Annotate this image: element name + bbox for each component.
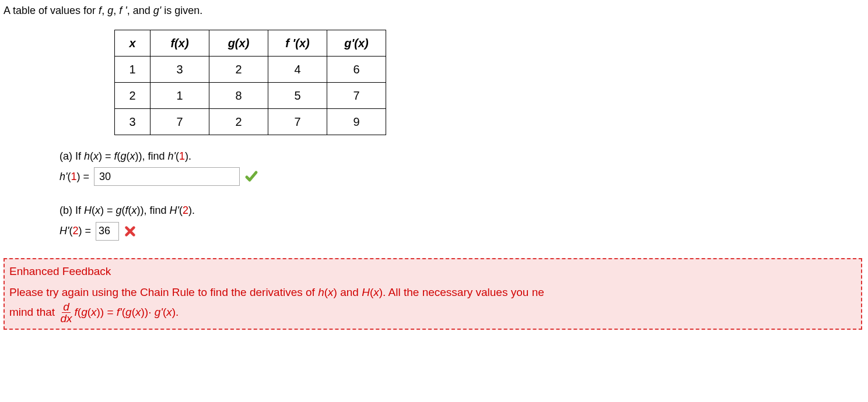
part-b-answer-input[interactable] bbox=[96, 222, 119, 241]
var-fprime: f ' bbox=[119, 5, 127, 16]
part-a-answer-input[interactable] bbox=[94, 167, 240, 186]
enhanced-feedback-box: Enhanced Feedback Please try again using… bbox=[4, 258, 862, 330]
table-row: 1 3 2 4 6 bbox=[115, 57, 386, 83]
col-gx: g(x) bbox=[228, 37, 250, 50]
fraction-d-dx: ddx bbox=[59, 301, 73, 324]
checkmark-icon bbox=[244, 170, 258, 184]
part-b-answer-label: H'(2) = bbox=[60, 224, 91, 238]
col-fpx: f '(x) bbox=[285, 37, 309, 50]
problem-statement: A table of values for f, g, f ', and g' … bbox=[4, 3, 868, 18]
cross-icon bbox=[124, 225, 136, 238]
part-b-prompt: (b) If H(x) = g(f(x)), find H'(2). bbox=[60, 203, 868, 218]
table-row: 2 1 8 5 7 bbox=[115, 83, 386, 109]
part-a-prompt: (a) If h(x) = f(g(x)), find h'(1). bbox=[60, 149, 868, 164]
table-row: 3 7 2 7 9 bbox=[115, 109, 386, 135]
col-x: x bbox=[129, 37, 135, 50]
feedback-line-2: mind that ddxf(g(x)) = f'(g(x))· g'(x). bbox=[9, 301, 856, 324]
part-b: (b) If H(x) = g(f(x)), find H'(2). H'(2)… bbox=[60, 203, 868, 240]
var-gprime: g' bbox=[153, 5, 161, 16]
intro-text: A table of values for bbox=[4, 5, 99, 16]
feedback-title: Enhanced Feedback bbox=[9, 263, 856, 280]
col-fx: f(x) bbox=[170, 37, 188, 50]
feedback-line-1: Please try again using the Chain Rule to… bbox=[9, 284, 856, 301]
part-a: (a) If h(x) = f(g(x)), find h'(1). h'(1)… bbox=[60, 149, 868, 186]
col-gpx: g'(x) bbox=[344, 37, 368, 50]
part-a-answer-label: h'(1) = bbox=[60, 170, 89, 184]
var-g: g bbox=[107, 5, 113, 16]
table-header-row: x f(x) g(x) f '(x) g'(x) bbox=[115, 30, 386, 57]
values-table: x f(x) g(x) f '(x) g'(x) 1 3 2 4 6 2 1 bbox=[114, 30, 386, 135]
